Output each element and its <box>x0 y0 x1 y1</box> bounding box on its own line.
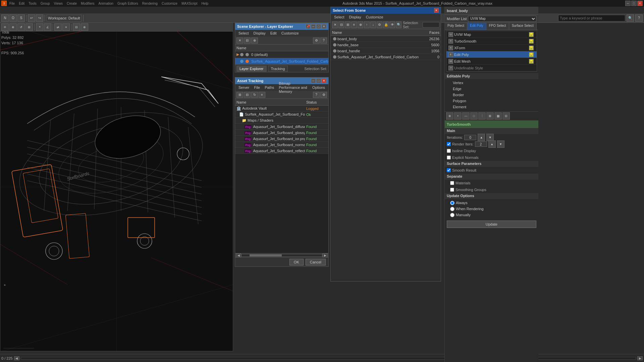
ts-radio-manually-btn[interactable] <box>450 213 454 217</box>
at-row-png3[interactable]: Png Aquasurf_Jet_Surfboard_ior.png Found <box>235 136 328 142</box>
at-row-png2[interactable]: Png Aquasurf_Jet_Surfboard_glossy.png Fo… <box>235 130 328 136</box>
menu-modifiers[interactable]: Modifiers <box>79 2 96 5</box>
ep-icon-4[interactable]: □ <box>470 112 478 120</box>
ep-icon-8[interactable]: ⊟ <box>502 112 510 120</box>
bottom-scrollbar[interactable] <box>21 357 636 360</box>
align-btn[interactable]: ≡ <box>62 23 70 31</box>
at-maximize-btn[interactable]: □ <box>316 78 321 83</box>
at-settings-btn[interactable]: ⚙ <box>320 92 327 98</box>
sfs-menu-customize[interactable]: Customize <box>364 14 385 20</box>
sfs-row-surftek[interactable]: Surftek_Aquasurf_Jet_Surfboard_Folded_Ca… <box>331 54 441 60</box>
viewport[interactable]: Surfboards + <box>0 23 233 351</box>
sfs-icon-4[interactable]: ≡ <box>351 21 357 28</box>
mod-xform[interactable]: X XForm 💡 <box>446 45 537 51</box>
sfs-icon-6[interactable]: ↑ <box>364 21 370 28</box>
mod-edit-poly[interactable]: E Edit Poly 💡 <box>446 51 537 58</box>
sfs-icon-10[interactable]: 👁 <box>389 21 395 28</box>
mod-edit-mesh[interactable]: M Edit Mesh 💡 <box>446 58 537 65</box>
at-tool-4[interactable]: ≡ <box>259 92 265 98</box>
menu-create[interactable]: Create <box>65 2 78 5</box>
at-menu-bitmap[interactable]: Bitmap Performance and Memory <box>277 81 310 94</box>
sel-border[interactable]: Border <box>451 92 536 98</box>
obj-name[interactable]: Surftek_Aquasurf_Jet_Surfboard_Folded_Ca… <box>250 59 328 63</box>
select-btn[interactable]: ✛ <box>1 23 9 31</box>
menu-graph[interactable]: Graph Editors <box>116 2 140 5</box>
ts-render-iters-input[interactable] <box>475 141 487 147</box>
tab-poly-select[interactable]: Poly Select <box>445 23 467 30</box>
sfs-menu-display[interactable]: Display <box>347 14 363 20</box>
menu-file[interactable]: File <box>8 2 16 5</box>
ep-icon-3[interactable]: — <box>462 112 470 120</box>
ep-icon-2[interactable]: • <box>454 112 462 120</box>
at-close-btn[interactable]: ✕ <box>322 78 326 83</box>
help-btn[interactable]: ? <box>635 14 643 22</box>
mod-undefinable[interactable]: ? Undefinable Style <box>446 65 537 71</box>
at-help-btn[interactable]: ? <box>313 92 320 98</box>
ts-sg-check[interactable] <box>450 188 454 192</box>
menu-views[interactable]: Views <box>53 2 64 5</box>
tab-layer-explorer[interactable]: Layer Explorer <box>236 66 267 72</box>
open-btn[interactable]: O <box>9 14 17 22</box>
menu-group[interactable]: Group <box>39 2 51 5</box>
at-tool-3[interactable]: ↻ <box>251 92 258 98</box>
tab-surface-select[interactable]: Surface Select <box>509 23 537 30</box>
scene-explorer-btn[interactable]: ⊕ <box>81 23 88 31</box>
menu-tools[interactable]: Tools <box>27 2 38 5</box>
sfs-icon-1[interactable]: ✕ <box>332 21 338 28</box>
se-menu-display[interactable]: Display <box>252 31 268 36</box>
tab-fpo-select[interactable]: FPO Select <box>486 23 509 30</box>
se-menu-select[interactable]: Select <box>236 31 251 36</box>
mod-bulb-ep[interactable]: 💡 <box>529 52 534 57</box>
scroll-right-btn[interactable]: ▶ <box>322 253 328 257</box>
at-scrollbar[interactable]: ◀ ▶ <box>235 253 328 257</box>
menu-rendering[interactable]: Rendering <box>141 2 159 5</box>
menu-customize[interactable]: Customize <box>160 2 179 5</box>
sfs-icon-3[interactable]: ⊞ <box>345 21 351 28</box>
mod-uwv-map[interactable]: U UVW Map 💡 <box>446 31 537 38</box>
tab-tracking[interactable]: Tracking <box>268 66 288 72</box>
maximize-btn[interactable]: □ <box>631 1 637 6</box>
sfs-row-board-body[interactable]: board_body 26236 <box>331 36 441 42</box>
se-row-object[interactable]: Surftek_Aquasurf_Jet_Surfboard_Folded_Ca… <box>235 58 328 65</box>
se-help-btn[interactable]: ? <box>320 38 327 44</box>
layer-name-0[interactable]: 0 (default) <box>250 53 328 57</box>
se-maximize-btn[interactable]: □ <box>316 24 321 29</box>
sfs-icon-8[interactable]: ⚙ <box>377 21 382 28</box>
ts-explicit-check[interactable] <box>447 156 451 160</box>
ts-iter-up[interactable]: ▲ <box>478 134 485 141</box>
selection-set-input[interactable] <box>423 22 439 27</box>
menu-help[interactable]: Help <box>200 2 210 5</box>
snap-btn[interactable]: ⌖ <box>36 23 43 31</box>
minimize-btn[interactable]: ─ <box>625 1 631 6</box>
sfs-icon-9[interactable]: 🔒 <box>383 21 389 28</box>
mod-bulb-uwv[interactable]: 💡 <box>529 32 534 37</box>
se-tool-2[interactable]: ⊟ <box>244 38 251 44</box>
at-minimize-btn[interactable]: ─ <box>311 78 316 83</box>
mod-bulb-ts[interactable]: 💡 <box>529 39 534 44</box>
mod-turbosmoooth[interactable]: T TurboSmooth 💡 <box>446 38 537 45</box>
at-row-folder[interactable]: 📁Maps / Shaders <box>235 118 328 124</box>
ep-icon-1[interactable]: ⊕ <box>446 112 453 120</box>
rotate-btn[interactable]: ↺ <box>17 23 25 31</box>
bottom-arrow-left[interactable]: ◀ <box>14 356 19 360</box>
sel-element[interactable]: Element <box>451 104 536 110</box>
scrollbar-thumb[interactable] <box>250 254 282 256</box>
move-btn[interactable]: ⊕ <box>9 23 17 31</box>
scroll-left-btn[interactable]: ◀ <box>236 253 241 257</box>
cancel-btn[interactable]: Cancel <box>306 259 326 265</box>
se-close-btn[interactable]: ✕ <box>322 24 326 29</box>
at-row-vault[interactable]: 🏦Autodesk Vault Logged <box>235 106 328 112</box>
tab-edit-poly[interactable]: Edit Poly <box>467 23 486 30</box>
workspace-dropdown[interactable]: Workspace: Default <box>46 15 82 21</box>
at-row-png5[interactable]: Png Aquasurf_Jet_Surfboard_reflection.pn… <box>235 148 328 154</box>
ts-ri-down[interactable]: ▼ <box>497 140 504 148</box>
mirror-btn[interactable]: ⇌ <box>54 23 62 31</box>
ep-icon-5[interactable]: ⋮ <box>478 112 486 120</box>
ep-icon-6[interactable]: ⊞ <box>486 112 494 120</box>
se-row-layer0[interactable]: ▶ 0 (default) <box>235 51 328 58</box>
se-minimize-btn[interactable]: ─ <box>311 24 316 29</box>
sel-polygon[interactable]: Polygon <box>451 98 536 104</box>
at-row-png4[interactable]: Png Aquasurf_Jet_Surfboard_normal.png Fo… <box>235 142 328 148</box>
modifier-list-dropdown[interactable]: UVW Map TurboSmooth Edit Poly <box>468 16 536 22</box>
ts-iterations-input[interactable]: 0 <box>464 135 476 140</box>
